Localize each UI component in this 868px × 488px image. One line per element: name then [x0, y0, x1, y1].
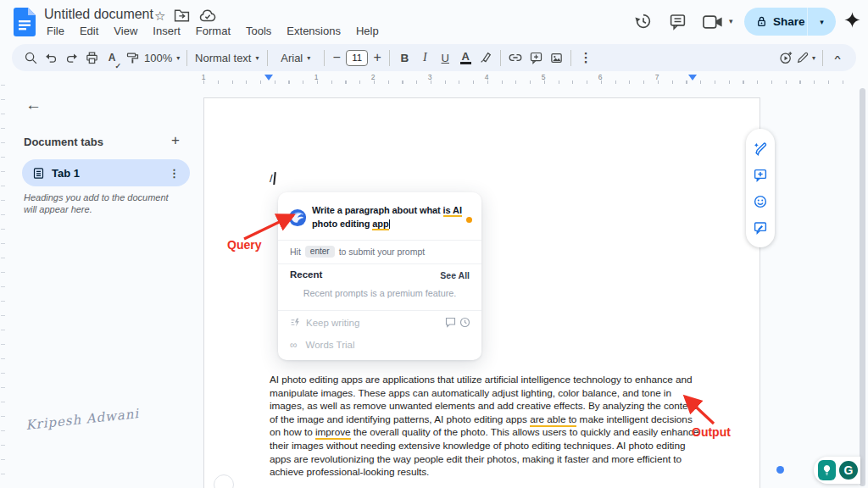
toolbar-more-button[interactable]: ⋮	[576, 47, 596, 69]
slash-command-cursor: /	[270, 172, 275, 185]
toolbar-divider	[186, 50, 187, 66]
history-clock-icon[interactable]	[459, 316, 471, 329]
toolbar-divider	[500, 50, 501, 66]
infinity-icon: ∞	[290, 339, 298, 351]
close-tabs-panel-button[interactable]: ←	[25, 96, 42, 114]
font-family-select[interactable]: Arial ▾	[272, 47, 320, 69]
increase-font-size-button[interactable]: +	[370, 47, 385, 69]
lock-icon	[756, 15, 767, 28]
lightning-icon	[290, 317, 301, 328]
meet-dropdown-caret-icon[interactable]: ▾	[726, 17, 736, 25]
search-menus-button[interactable]	[20, 47, 41, 69]
grammarly-widget[interactable]: G	[814, 457, 860, 484]
google-docs-logo-icon[interactable]	[14, 8, 36, 36]
see-all-link[interactable]: See All	[440, 270, 470, 280]
grammarly-logo-icon[interactable]: G	[837, 459, 860, 481]
output-annotation-arrow	[675, 390, 722, 427]
insert-image-button[interactable]	[546, 47, 566, 69]
comments-icon[interactable]	[669, 13, 687, 30]
help-me-write-button[interactable]	[751, 140, 770, 158]
print-button[interactable]	[81, 47, 102, 69]
mode-caret-icon: ▾	[810, 54, 818, 62]
sidebar-tab-1[interactable]: Tab 1 ⋮	[22, 159, 190, 186]
zoom-caret-icon: ▾	[174, 54, 182, 62]
activity-timer-button[interactable]	[776, 47, 796, 69]
hint-prefix: Hit	[290, 247, 301, 257]
popup-divider	[278, 310, 481, 311]
tab-options-button[interactable]: ⋮	[169, 167, 180, 180]
add-comment-button[interactable]	[526, 47, 546, 69]
spelling-check-button[interactable]: A ✓	[102, 47, 122, 69]
redo-button[interactable]	[61, 47, 81, 69]
left-indent-marker[interactable]	[264, 75, 273, 80]
share-button-label: Share	[773, 15, 805, 28]
menu-tools[interactable]: Tools	[238, 23, 279, 39]
menu-help[interactable]: Help	[348, 23, 387, 39]
decrease-font-size-button[interactable]: −	[329, 47, 344, 69]
enter-keycap: enter	[305, 246, 335, 258]
words-trial-status: ∞ Words Trial	[290, 339, 355, 351]
paragraph-style-select[interactable]: Normal text ▾	[192, 47, 263, 69]
menu-format[interactable]: Format	[188, 23, 238, 39]
zoom-select[interactable]: 100% ▾	[142, 47, 182, 69]
toolbar-divider	[389, 50, 390, 66]
share-dropdown-caret-icon[interactable]: ▾	[808, 18, 836, 26]
horizontal-ruler[interactable]: 11234567	[203, 75, 856, 85]
ruler-number: 1	[202, 73, 206, 81]
share-button[interactable]: Share ▾	[744, 8, 836, 36]
vertical-ruler[interactable]	[1, 85, 5, 488]
undo-button[interactable]	[41, 47, 61, 69]
keep-writing-option[interactable]: Keep writing	[290, 317, 359, 328]
app-header: Untitled document ☆ File Edit View Inser…	[0, 0, 868, 44]
toolbar-divider	[822, 50, 823, 66]
slash-character: /	[270, 172, 273, 185]
suggest-edits-button[interactable]	[751, 219, 770, 237]
spell-check-mark-icon: ✓	[114, 62, 121, 70]
menu-file[interactable]: File	[39, 23, 72, 39]
text-color-button[interactable]: A	[455, 47, 476, 69]
version-history-icon[interactable]	[634, 12, 653, 30]
star-icon[interactable]: ☆	[154, 9, 165, 23]
status-dot	[466, 217, 472, 223]
move-to-folder-icon[interactable]	[174, 8, 190, 23]
prompt-caret	[389, 219, 390, 229]
gemini-sparkle-icon[interactable]	[843, 11, 861, 29]
meet-video-icon[interactable]	[703, 14, 723, 30]
insert-link-button[interactable]	[505, 47, 526, 69]
ruler-ticks	[203, 80, 856, 84]
cloud-saved-icon[interactable]	[198, 8, 216, 23]
right-indent-marker[interactable]	[688, 75, 697, 80]
add-comment-side-button[interactable]	[751, 166, 770, 185]
popup-divider	[278, 240, 481, 241]
suggestion-lightbulb-icon[interactable]	[818, 460, 836, 480]
menu-insert[interactable]: Insert	[145, 23, 188, 39]
menu-extensions[interactable]: Extensions	[279, 23, 348, 39]
document-tabs-heading: Document tabs	[24, 136, 103, 148]
status-blue-dot	[776, 466, 784, 474]
menu-view[interactable]: View	[106, 23, 145, 39]
vertical-scrollbar[interactable]	[860, 88, 865, 486]
add-tab-button[interactable]: +	[166, 132, 185, 149]
hint-suffix: to submit your prompt	[339, 247, 426, 257]
ai-output-paragraph[interactable]: AI photo editing apps are applications t…	[270, 374, 699, 480]
font-size-input[interactable]: 11	[346, 50, 368, 66]
underline-button[interactable]: U	[435, 47, 455, 69]
ruler-number: 4	[485, 73, 489, 81]
add-emoji-button[interactable]	[751, 192, 770, 211]
ruler-number: 3	[428, 73, 432, 81]
output-annotation-label: Output	[692, 425, 731, 439]
highlight-color-button[interactable]	[476, 47, 496, 69]
text-color-letter: A	[462, 52, 470, 61]
italic-button[interactable]: I	[415, 47, 435, 69]
ai-prompt-input[interactable]: Write a paragraph about what is AIphoto …	[312, 203, 478, 230]
paint-format-button[interactable]	[122, 47, 142, 69]
query-annotation-arrow	[237, 207, 305, 242]
document-title[interactable]: Untitled document	[44, 7, 153, 22]
hide-menus-button[interactable]: ^	[827, 50, 848, 65]
bold-button[interactable]: B	[394, 47, 415, 69]
tab-document-icon	[32, 167, 45, 180]
words-trial-label: Words Trial	[306, 340, 355, 350]
editing-mode-select[interactable]: ▾	[796, 47, 818, 69]
chat-bubble-icon[interactable]	[444, 316, 457, 329]
menu-edit[interactable]: Edit	[72, 23, 106, 39]
